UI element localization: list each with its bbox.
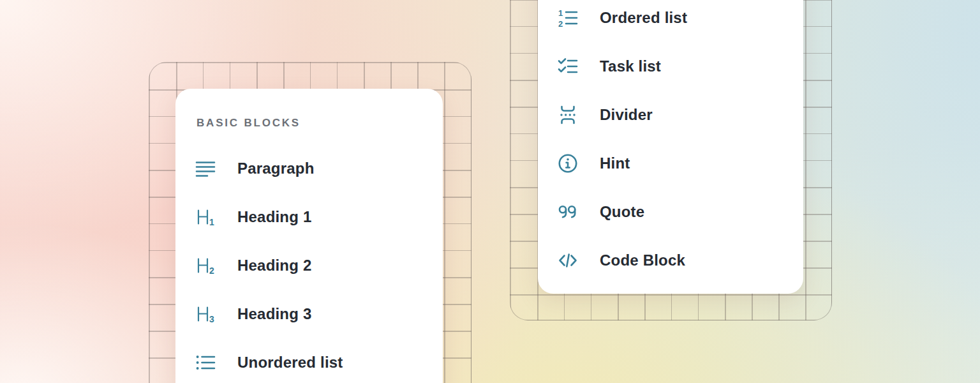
menu-item-label: Unordered list — [237, 354, 343, 372]
code-block-icon — [557, 250, 579, 271]
menu-item-label: Ordered list — [600, 9, 687, 27]
unordered-list-icon — [195, 352, 216, 373]
menu-item-label: Hint — [600, 154, 630, 172]
task-list-icon — [557, 56, 579, 77]
menu-item-label: Paragraph — [237, 160, 315, 177]
blocks-items: 1 2 Ordered list Task list — [538, 0, 803, 285]
heading-1-icon: 1 — [195, 206, 216, 228]
blocks-menu-card-right: 1 2 Ordered list Task list — [538, 0, 803, 294]
menu-item-divider[interactable]: Divider — [538, 91, 803, 139]
menu-item-paragraph[interactable]: Paragraph — [175, 144, 443, 193]
hint-icon — [557, 153, 579, 174]
menu-item-unordered-list[interactable]: Unordered list — [175, 338, 443, 383]
marketing-background: { "colors": { "accent_icon": "#37809a", … — [0, 0, 980, 383]
menu-item-heading-2[interactable]: 2 Heading 2 — [175, 241, 443, 290]
menu-item-label: Quote — [600, 203, 644, 221]
quote-icon — [557, 201, 579, 223]
menu-item-heading-3[interactable]: 3 Heading 3 — [175, 290, 443, 338]
svg-text:3: 3 — [209, 314, 214, 324]
menu-item-label: Heading 1 — [237, 208, 312, 226]
menu-item-code-block[interactable]: Code Block — [538, 236, 803, 285]
svg-text:1: 1 — [558, 8, 563, 18]
paragraph-icon — [195, 158, 216, 179]
divider-icon — [557, 104, 579, 126]
menu-item-heading-1[interactable]: 1 Heading 1 — [175, 193, 443, 241]
ordered-list-icon: 1 2 — [557, 7, 579, 29]
svg-text:2: 2 — [558, 19, 563, 29]
heading-2-icon: 2 — [195, 255, 216, 276]
menu-item-label: Task list — [600, 57, 661, 75]
basic-blocks-header: BASIC BLOCKS — [197, 114, 301, 132]
menu-item-label: Divider — [600, 106, 653, 124]
menu-item-label: Heading 3 — [237, 305, 312, 323]
basic-blocks-menu-card: BASIC BLOCKS Paragraph 1 Heading 1 — [175, 89, 443, 383]
menu-item-task-list[interactable]: Task list — [538, 42, 803, 91]
menu-item-label: Code Block — [600, 252, 685, 269]
basic-blocks-items: Paragraph 1 Heading 1 2 Heading 2 — [175, 144, 443, 383]
heading-3-icon: 3 — [195, 303, 216, 325]
menu-item-label: Heading 2 — [237, 257, 312, 274]
svg-text:1: 1 — [209, 217, 214, 227]
menu-item-quote[interactable]: Quote — [538, 188, 803, 236]
menu-item-hint[interactable]: Hint — [538, 139, 803, 188]
menu-item-ordered-list[interactable]: 1 2 Ordered list — [538, 0, 803, 42]
svg-text:2: 2 — [209, 266, 214, 276]
